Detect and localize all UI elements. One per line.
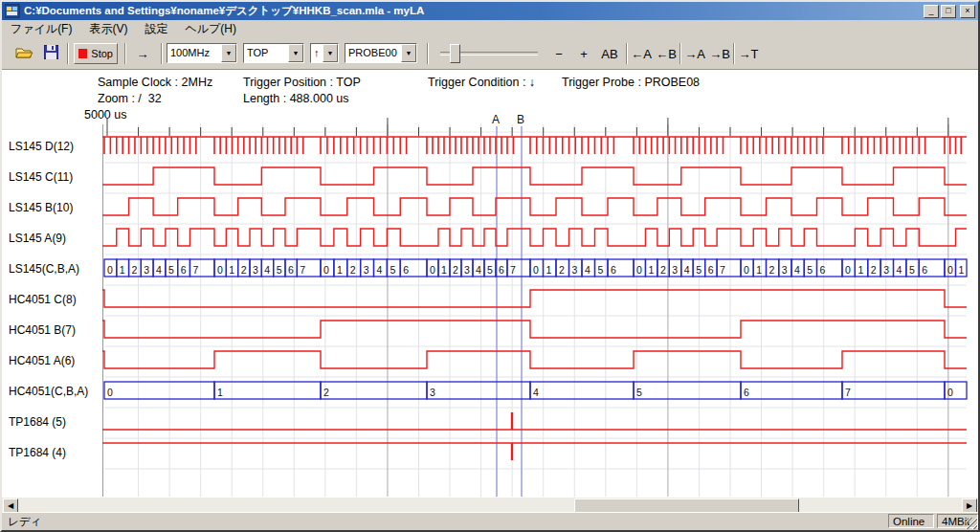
status-online-badge: Online bbox=[888, 514, 934, 528]
menu-view[interactable]: 表示(V) bbox=[80, 19, 136, 40]
channel-label: TP1684 (5) bbox=[9, 415, 66, 429]
menu-file[interactable]: ファイル(F) bbox=[2, 19, 80, 40]
toolbar-separator bbox=[733, 43, 735, 64]
channel-label: LS145 A(9) bbox=[9, 232, 66, 245]
waveform-area: Sample Clock : 2MHz Trigger Position : T… bbox=[2, 70, 978, 498]
channel-label: LS145 B(10) bbox=[9, 201, 73, 214]
trigger-probe-readout: Trigger Probe : PROBE08 bbox=[562, 76, 700, 89]
zoom-out-button[interactable]: − bbox=[547, 43, 570, 64]
maximize-button[interactable]: □ bbox=[941, 5, 956, 18]
toolbar-separator bbox=[161, 43, 163, 64]
trigger-probe-combo[interactable]: PROBE00 ▼ bbox=[345, 43, 417, 63]
sample-clock-readout: Sample Clock : 2MHz bbox=[98, 76, 212, 89]
trigger-position-combo[interactable]: TOP ▼ bbox=[243, 43, 304, 63]
channel-label: HC4051 C(8) bbox=[9, 293, 77, 306]
run-button[interactable]: → bbox=[130, 43, 155, 64]
save-file-button[interactable] bbox=[38, 43, 63, 64]
resize-grip[interactable] bbox=[966, 518, 977, 529]
channel-label: LS145 C(11) bbox=[9, 170, 73, 184]
zoom-slider-handle[interactable] bbox=[450, 44, 460, 63]
zoom-in-button[interactable]: + bbox=[572, 43, 595, 64]
length-readout: Length : 488.000 us bbox=[243, 92, 349, 105]
floppy-save-icon bbox=[44, 45, 58, 62]
title-bar: C:¥Documents and Settings¥noname¥デスクトップ¥… bbox=[2, 2, 978, 20]
toolbar-separator bbox=[626, 43, 628, 64]
goto-b-backward-button[interactable]: ←B bbox=[655, 43, 678, 64]
toolbar-separator bbox=[124, 43, 126, 64]
chevron-down-icon[interactable]: ▼ bbox=[401, 44, 416, 62]
open-folder-icon bbox=[15, 46, 33, 62]
chevron-down-icon[interactable]: ▼ bbox=[288, 44, 303, 62]
trigger-edge-combo[interactable]: ↑ ▼ bbox=[310, 43, 339, 63]
sample-clock-combo[interactable]: 100MHz ▼ bbox=[167, 43, 237, 63]
trigger-condition-readout: Trigger Condition : ↓ bbox=[428, 76, 535, 89]
goto-b-forward-button[interactable]: →B bbox=[708, 43, 731, 64]
status-ready-text: レディ bbox=[8, 515, 41, 529]
toolbar-separator bbox=[427, 43, 429, 64]
time-origin-label: 5000 us bbox=[84, 108, 126, 122]
channel-label: HC4051(C,B,A) bbox=[9, 385, 88, 398]
app-window: C:¥Documents and Settings¥noname¥デスクトップ¥… bbox=[0, 0, 980, 532]
toolbar-separator bbox=[679, 43, 681, 64]
zoom-readout: Zoom : / 32 bbox=[98, 92, 162, 105]
trigger-position-readout: Trigger Position : TOP bbox=[243, 76, 361, 89]
channel-label: TP1684 (4) bbox=[9, 446, 66, 459]
close-button[interactable]: × bbox=[960, 5, 975, 18]
toolbar: Stop → 100MHz ▼ TOP ▼ ↑ ▼ PROBE00 ▼ − + … bbox=[2, 39, 978, 70]
channel-label: HC4051 A(6) bbox=[9, 354, 75, 367]
chevron-down-icon[interactable]: ▼ bbox=[221, 44, 236, 62]
open-file-button[interactable] bbox=[11, 43, 36, 64]
toolbar-separator bbox=[67, 43, 69, 64]
stop-icon bbox=[78, 49, 87, 58]
ab-button[interactable]: AB bbox=[597, 43, 622, 64]
goto-a-forward-button[interactable]: →A bbox=[683, 43, 706, 64]
goto-a-backward-button[interactable]: ←A bbox=[630, 43, 653, 64]
app-icon bbox=[5, 4, 20, 18]
channel-label: LS145(C,B,A) bbox=[9, 262, 79, 276]
minimize-button[interactable]: _ bbox=[924, 5, 939, 18]
status-bar: レディ Online 4MBit bbox=[2, 512, 978, 530]
channel-label: LS145 D(12) bbox=[9, 140, 74, 153]
window-title: C:¥Documents and Settings¥noname¥デスクトップ¥… bbox=[24, 4, 922, 18]
menu-bar: ファイル(F) 表示(V) 設定 ヘルプ(H) bbox=[2, 20, 978, 39]
menu-help[interactable]: ヘルプ(H) bbox=[176, 19, 245, 40]
channel-label: HC4051 B(7) bbox=[9, 323, 76, 337]
stop-button[interactable]: Stop bbox=[74, 43, 118, 64]
chevron-down-icon[interactable]: ▼ bbox=[323, 44, 338, 62]
goto-trigger-button[interactable]: →T bbox=[737, 43, 760, 64]
menu-settings[interactable]: 設定 bbox=[136, 19, 176, 40]
